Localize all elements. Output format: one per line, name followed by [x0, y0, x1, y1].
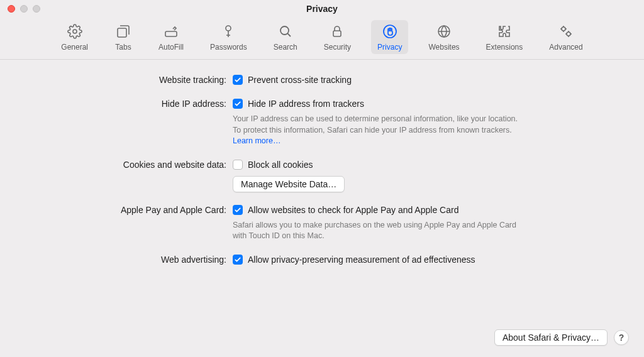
svg-rect-2: [165, 31, 177, 36]
hand-icon: [381, 23, 399, 40]
tab-label: Tabs: [115, 43, 131, 52]
svg-point-10: [567, 32, 570, 36]
svg-point-9: [562, 27, 565, 31]
globe-icon: [435, 23, 453, 40]
close-window-button[interactable]: [8, 5, 15, 13]
checkbox-label: Allow privacy-preserving measurement of …: [248, 253, 475, 266]
tab-label: AutoFill: [158, 43, 184, 52]
minimize-window-button[interactable]: [20, 5, 28, 13]
gears-icon: [557, 23, 575, 40]
checkbox-icon: [233, 255, 243, 265]
tab-advanced[interactable]: Advanced: [543, 20, 589, 54]
tab-extensions[interactable]: Extensions: [480, 20, 530, 54]
tabs-icon: [114, 23, 132, 40]
titlebar: Privacy: [0, 0, 644, 18]
learn-more-link[interactable]: Learn more…: [233, 136, 280, 145]
footer: About Safari & Privacy… ?: [494, 329, 629, 346]
help-button[interactable]: ?: [614, 330, 629, 345]
hide-ip-description: Your IP address can be used to determine…: [233, 114, 522, 147]
tab-websites[interactable]: Websites: [422, 20, 465, 54]
section-hide-ip: Hide IP address: Hide IP address from tr…: [25, 97, 619, 147]
key-icon: [219, 23, 237, 40]
checkbox-icon: [233, 75, 243, 85]
tab-passwords[interactable]: Passwords: [204, 20, 253, 54]
svg-point-3: [226, 26, 231, 31]
tab-label: Privacy: [377, 43, 402, 52]
section-web-advertising: Web advertising: Allow privacy-preservin…: [25, 253, 619, 266]
section-label: Apple Pay and Apple Card:: [25, 204, 233, 216]
svg-rect-1: [118, 28, 126, 37]
search-icon: [277, 23, 294, 40]
preferences-toolbar: General Tabs AutoFill Passwords Search S…: [0, 18, 644, 60]
manage-website-data-button[interactable]: Manage Website Data…: [233, 176, 345, 192]
tab-autofill[interactable]: AutoFill: [152, 20, 190, 54]
block-cookies-checkbox[interactable]: Block all cookies: [233, 158, 619, 171]
zoom-window-button[interactable]: [33, 5, 40, 13]
tab-label: General: [61, 43, 88, 52]
svg-line-5: [287, 33, 291, 36]
tab-privacy[interactable]: Privacy: [371, 20, 408, 54]
tab-label: Search: [274, 43, 297, 52]
tab-label: Security: [324, 43, 351, 52]
section-label: Website tracking:: [25, 74, 233, 86]
tab-security[interactable]: Security: [318, 20, 357, 54]
apple-pay-description: Safari allows you to make purchases on t…: [233, 220, 522, 242]
svg-point-0: [73, 30, 77, 33]
prevent-cross-site-tracking-checkbox[interactable]: Prevent cross-site tracking: [233, 74, 619, 86]
checkbox-label: Block all cookies: [248, 158, 313, 171]
checkbox-icon: [233, 160, 243, 170]
section-cookies: Cookies and website data: Block all cook…: [25, 158, 619, 192]
tab-general[interactable]: General: [55, 20, 94, 54]
privacy-content: Website tracking: Prevent cross-site tra…: [0, 60, 644, 266]
section-apple-pay: Apple Pay and Apple Card: Allow websites…: [25, 204, 619, 242]
tab-search[interactable]: Search: [267, 20, 304, 54]
pencil-icon: [162, 23, 180, 40]
window-controls: [8, 5, 40, 13]
checkbox-icon: [233, 205, 243, 215]
tab-tabs[interactable]: Tabs: [108, 20, 138, 54]
checkbox-label: Prevent cross-site tracking: [248, 74, 352, 86]
checkbox-label: Allow websites to check for Apple Pay an…: [248, 204, 458, 216]
tab-label: Advanced: [549, 43, 582, 52]
svg-point-4: [280, 26, 289, 35]
checkbox-label: Hide IP address from trackers: [248, 97, 364, 110]
section-label: Web advertising:: [25, 253, 233, 266]
svg-rect-6: [333, 31, 341, 36]
checkbox-icon: [233, 99, 243, 109]
tab-label: Websites: [428, 43, 459, 52]
tab-label: Passwords: [210, 43, 247, 52]
svg-point-7: [384, 25, 396, 38]
tab-label: Extensions: [486, 43, 523, 52]
lock-icon: [328, 23, 346, 40]
about-safari-privacy-button[interactable]: About Safari & Privacy…: [494, 329, 608, 346]
gear-icon: [66, 23, 84, 40]
hide-ip-checkbox[interactable]: Hide IP address from trackers: [233, 97, 619, 110]
apple-pay-checkbox[interactable]: Allow websites to check for Apple Pay an…: [233, 204, 619, 216]
section-label: Cookies and website data:: [25, 158, 233, 171]
web-advertising-checkbox[interactable]: Allow privacy-preserving measurement of …: [233, 253, 619, 266]
section-website-tracking: Website tracking: Prevent cross-site tra…: [25, 74, 619, 86]
section-label: Hide IP address:: [25, 97, 233, 110]
puzzle-icon: [496, 23, 513, 40]
window-title: Privacy: [0, 0, 644, 18]
